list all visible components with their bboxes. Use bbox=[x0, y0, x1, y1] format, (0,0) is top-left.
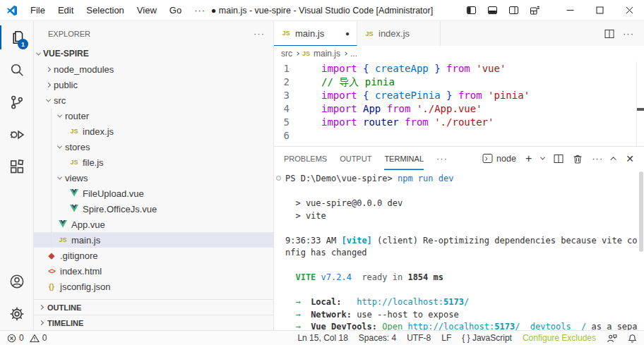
error-count: 0 bbox=[19, 333, 24, 343]
terminal-line: 9:36:33 AM [vite] (client) Re-optimizing… bbox=[285, 235, 644, 248]
configure-excludes[interactable]: Configure Excludes bbox=[523, 333, 596, 343]
terminal-line: → Local: http://localhost:5173/ bbox=[285, 296, 644, 309]
tree-item-Spire.OfficeJs.vue[interactable]: Spire.OfficeJs.vue bbox=[34, 201, 273, 217]
panel-tab-output[interactable]: OUTPUT bbox=[340, 147, 371, 170]
terminal-scrollbar[interactable] bbox=[639, 171, 643, 252]
settings-gear-icon[interactable] bbox=[0, 298, 33, 330]
notifications-bell-icon[interactable] bbox=[628, 333, 637, 343]
chevron-down-icon bbox=[46, 97, 51, 102]
tab-index.js[interactable]: JSindex.js bbox=[357, 21, 441, 46]
tab-main.js[interactable]: JSmain.js● bbox=[274, 21, 357, 46]
tree-item-views[interactable]: views bbox=[34, 170, 273, 186]
minimize-button[interactable] bbox=[555, 0, 585, 20]
panel-tab-terminal[interactable]: TERMINAL bbox=[384, 147, 424, 170]
language-mode[interactable]: { } JavaScript bbox=[462, 333, 512, 343]
tree-item-router[interactable]: router bbox=[34, 108, 273, 123]
tree-item-index.js[interactable]: JSindex.js bbox=[34, 123, 273, 139]
breadcrumb-symbol[interactable]: ... bbox=[350, 49, 357, 59]
menu-go[interactable]: Go bbox=[164, 3, 187, 18]
problems-status[interactable]: 0 0 bbox=[7, 333, 47, 343]
run-debug-icon[interactable] bbox=[0, 119, 33, 151]
panel-more-actions-icon[interactable]: ··· bbox=[592, 153, 603, 164]
cursor-position[interactable]: Ln 15, Col 18 bbox=[297, 333, 347, 343]
menu-file[interactable]: File bbox=[25, 3, 51, 18]
feedback-icon[interactable] bbox=[607, 334, 617, 343]
more-actions-icon[interactable]: ··· bbox=[623, 28, 634, 39]
indent-guide bbox=[51, 170, 52, 186]
terminal-profile[interactable]: node bbox=[482, 153, 516, 164]
panel-tab-problems[interactable]: PROBLEMS bbox=[284, 147, 327, 170]
tree-item-FileUpload.vue[interactable]: FileUpload.vue bbox=[34, 186, 273, 201]
tree-root-vue-spire[interactable]: VUE-SPIRE bbox=[34, 46, 273, 61]
kill-terminal-icon[interactable] bbox=[573, 154, 583, 164]
indentation[interactable]: Spaces: 4 bbox=[359, 333, 396, 343]
menu-more-icon[interactable]: ··· bbox=[189, 3, 211, 18]
new-terminal-icon[interactable]: + bbox=[525, 152, 532, 165]
breadcrumb-src[interactable]: src bbox=[281, 49, 292, 59]
tree-item-public[interactable]: public bbox=[34, 77, 273, 92]
split-editor-icon[interactable] bbox=[604, 29, 614, 39]
html-file-icon: <> bbox=[47, 267, 56, 275]
terminal-line: PS D:\Demo\vue-spire> npm run dev bbox=[285, 173, 644, 186]
tree-item-stores[interactable]: stores bbox=[34, 139, 273, 155]
tree-item-.gitignore[interactable]: ◆.gitignore bbox=[34, 248, 273, 263]
terminal-output[interactable]: PS D:\Demo\vue-spire> npm run dev > vue-… bbox=[274, 170, 644, 330]
file-tree: node_modulespublicsrcrouterJSindex.jssto… bbox=[34, 61, 273, 299]
extensions-icon[interactable] bbox=[0, 151, 33, 183]
tree-item-App.vue[interactable]: App.vue bbox=[34, 217, 273, 232]
terminal-dropdown-icon[interactable] bbox=[540, 155, 545, 160]
editor-scrollbar[interactable] bbox=[636, 61, 637, 146]
terminal-profile-label: node bbox=[496, 154, 516, 164]
code-editor[interactable]: 1import { createApp } from 'vue'2// 导入 p… bbox=[274, 61, 644, 146]
tree-item-index.html[interactable]: <>index.html bbox=[34, 263, 273, 279]
code-text: import { createApp } from 'vue' bbox=[321, 62, 506, 75]
sidebar-section-outline[interactable]: OUTLINE bbox=[34, 299, 273, 315]
search-icon[interactable] bbox=[0, 54, 33, 86]
toggle-sidebar-icon[interactable] bbox=[460, 0, 482, 20]
tree-item-label: Spire.OfficeJs.vue bbox=[83, 204, 157, 214]
code-line: 3import { createPinia } from 'pinia' bbox=[274, 89, 644, 102]
encoding[interactable]: UTF-8 bbox=[407, 333, 431, 343]
js-file-icon: JS bbox=[69, 159, 79, 166]
tree-item-label: stores bbox=[65, 142, 90, 152]
tree-item-src[interactable]: src bbox=[34, 92, 273, 108]
command-decoration-icon[interactable] bbox=[276, 176, 281, 181]
tree-item-file.js[interactable]: JSfile.js bbox=[34, 155, 273, 170]
maximize-button[interactable] bbox=[585, 0, 614, 20]
editor-actions: ··· bbox=[595, 21, 644, 46]
sidebar-section-timeline[interactable]: TIMELINE bbox=[34, 315, 273, 330]
tree-item-jsconfig.json[interactable]: {}jsconfig.json bbox=[34, 279, 273, 294]
tree-item-main.js[interactable]: JSmain.js bbox=[34, 232, 273, 248]
tree-item-node_modules[interactable]: node_modules bbox=[34, 61, 273, 77]
menu-selection[interactable]: Selection bbox=[80, 3, 129, 18]
vue-file-icon bbox=[58, 220, 68, 229]
eol-sequence[interactable]: LF bbox=[441, 333, 451, 343]
menu-edit[interactable]: Edit bbox=[52, 3, 79, 18]
code-line: 4import App from './App.vue' bbox=[274, 102, 644, 116]
json-file-icon: {} bbox=[47, 283, 56, 291]
vscode-logo-icon bbox=[6, 5, 18, 16]
panel-more-tabs-icon[interactable]: ··· bbox=[436, 153, 448, 164]
maximize-panel-icon[interactable] bbox=[611, 157, 616, 162]
explorer-icon[interactable]: 1 bbox=[0, 21, 33, 54]
chevron-right-icon bbox=[343, 52, 347, 56]
accounts-icon[interactable] bbox=[0, 265, 33, 298]
warning-count: 0 bbox=[42, 333, 47, 343]
tree-item-label: public bbox=[54, 80, 78, 90]
overview-ruler-cursor-mark bbox=[637, 108, 644, 111]
close-panel-icon[interactable]: ✕ bbox=[626, 153, 634, 164]
customize-layout-icon[interactable] bbox=[524, 0, 545, 20]
dirty-indicator-icon[interactable]: ● bbox=[345, 30, 350, 37]
sidebar-more-icon[interactable]: ··· bbox=[254, 28, 265, 39]
menu-view[interactable]: View bbox=[131, 3, 162, 18]
chevron-right-icon bbox=[46, 82, 51, 87]
split-terminal-icon[interactable] bbox=[554, 154, 564, 164]
editor-tab-bar: JSmain.js●JSindex.js ··· bbox=[274, 21, 644, 46]
toggle-panel-icon[interactable] bbox=[482, 0, 503, 20]
breadcrumb-mainjs[interactable]: main.js bbox=[314, 49, 340, 59]
line-number: 2 bbox=[274, 75, 290, 89]
toggle-secondary-sidebar-icon[interactable] bbox=[503, 0, 524, 20]
source-control-icon[interactable] bbox=[0, 86, 33, 119]
close-button[interactable] bbox=[614, 0, 644, 20]
terminal-line: > vue-spire@0.0.0 dev bbox=[285, 198, 644, 210]
